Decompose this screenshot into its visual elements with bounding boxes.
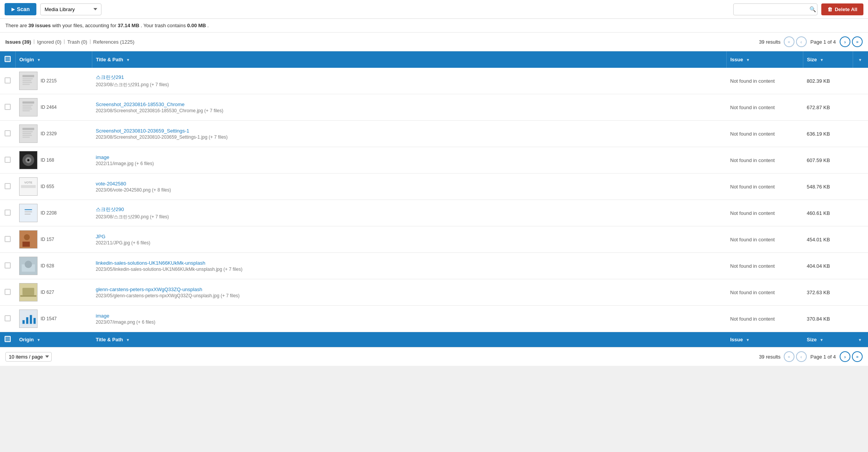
row-checkbox-8[interactable]: [5, 289, 11, 295]
row-issue-cell-5: Not found in content: [726, 200, 803, 226]
table-footer-row: Origin ▼ Title & Path ▼ Issue ▼ Size ▼ ▼: [0, 332, 868, 347]
row-checkbox-0[interactable]: [5, 77, 11, 84]
row-title-link-0[interactable]: 스크린샷291: [96, 74, 124, 80]
row-title-link-8[interactable]: glenn-carstens-peters-npxXWgQ33ZQ-unspla…: [96, 287, 202, 292]
row-id-4[interactable]: ID 655: [41, 184, 54, 189]
header-origin[interactable]: Origin ▼: [15, 51, 92, 68]
footer-issue[interactable]: Issue ▼: [726, 332, 803, 347]
row-checkbox-5[interactable]: [5, 210, 11, 216]
row-id-8[interactable]: ID 627: [41, 290, 54, 295]
row-path-5: 2023/08/스크린샷290.png (+ 7 files): [96, 214, 723, 220]
first-page-button-bottom[interactable]: «: [784, 351, 794, 362]
row-checkbox-cell: [0, 306, 15, 332]
row-title-link-1[interactable]: Screenshot_20230816-185530_Chrome: [96, 102, 185, 107]
header-size[interactable]: Size ▼: [803, 51, 853, 68]
row-title-cell-1: Screenshot_20230816-185530_Chrome 2023/0…: [92, 94, 726, 121]
row-checkbox-cell: [0, 253, 15, 279]
row-checkbox-7[interactable]: [5, 262, 11, 269]
library-dropdown[interactable]: Media Library: [40, 3, 101, 15]
footer-select-all-checkbox[interactable]: [5, 336, 11, 342]
issues-table: Origin ▼ Title & Path ▼ Issue ▼ Size ▼ ▼: [0, 51, 868, 347]
header-checkbox-cell: [0, 51, 15, 68]
row-title-link-7[interactable]: linkedin-sales-solutions-UK1N66KUkMk-uns…: [96, 260, 205, 266]
actions-icon: ▼: [858, 58, 862, 62]
row-id-9[interactable]: ID 1547: [41, 316, 57, 321]
row-thumbnail-3: [19, 151, 38, 169]
svg-rect-7: [23, 102, 34, 104]
header-title[interactable]: Title & Path ▼: [92, 51, 726, 68]
row-issue-cell-2: Not found in content: [726, 121, 803, 147]
row-title-link-5[interactable]: 스크린샷290: [96, 206, 124, 212]
row-checkbox-3[interactable]: [5, 157, 11, 163]
row-issue-text-0: Not found in content: [730, 78, 775, 84]
svg-rect-1: [23, 75, 34, 77]
row-checkbox-2[interactable]: [5, 130, 11, 136]
row-actions-cell-3: [853, 147, 868, 174]
row-id-6[interactable]: ID 157: [41, 237, 54, 242]
row-actions-cell-5: [853, 200, 868, 226]
summary-text-mid: with your files, accounting for: [52, 23, 118, 28]
issue-col-label: Issue: [731, 57, 743, 62]
row-issue-cell-6: Not found in content: [726, 226, 803, 253]
footer-issue-label: Issue: [730, 337, 743, 342]
filter-bar: Issues (39) | Ignored (0) | Trash (0) | …: [0, 33, 868, 51]
trash-tab[interactable]: Trash (0): [67, 38, 87, 46]
row-actions-cell-6: [853, 226, 868, 253]
row-title-cell-3: image 2022/11/image.jpg (+ 6 files): [92, 147, 726, 174]
row-id-1[interactable]: ID 2464: [41, 105, 57, 110]
row-title-cell-7: linkedin-sales-solutions-UK1N66KUkMk-uns…: [92, 253, 726, 279]
last-page-button-top[interactable]: »: [852, 36, 863, 47]
items-per-page-select[interactable]: 10 items / page 25 items / page 50 items…: [5, 352, 52, 362]
ignored-tab[interactable]: Ignored (0): [37, 38, 62, 46]
search-input[interactable]: [733, 3, 817, 15]
row-thumbnail-6: [19, 230, 38, 249]
row-title-link-2[interactable]: Screenshot_20230810-203659_Settings-1: [96, 128, 189, 134]
prev-page-button-top[interactable]: ‹: [796, 36, 807, 47]
row-checkbox-6[interactable]: [5, 236, 11, 242]
origin-sort-icon: ▼: [37, 58, 41, 62]
scan-button[interactable]: Scan: [5, 3, 36, 15]
row-title-link-9[interactable]: image: [96, 313, 109, 319]
row-checkbox-9[interactable]: [5, 315, 11, 321]
next-page-button-bottom[interactable]: ›: [840, 351, 850, 362]
summary-bar: There are 39 issues with your files, acc…: [0, 19, 868, 33]
row-checkbox-4[interactable]: [5, 183, 11, 189]
row-size-cell-8: 372.63 KB: [803, 279, 853, 306]
summary-text-after: . Your trash contains: [141, 23, 187, 28]
row-thumbnail-2: [19, 124, 38, 143]
row-origin-cell-6: ID 157: [15, 226, 92, 253]
row-id-2[interactable]: ID 2329: [41, 131, 57, 136]
footer-size[interactable]: Size ▼: [803, 332, 853, 347]
row-size-cell-9: 370.84 KB: [803, 306, 853, 332]
row-issue-cell-8: Not found in content: [726, 279, 803, 306]
footer-title[interactable]: Title & Path ▼: [92, 332, 726, 347]
table-row: VOTE ID 655 vote-2042580 2023/06/vote-20…: [0, 174, 868, 200]
search-button[interactable]: 🔍: [809, 6, 816, 12]
footer-checkbox-cell: [0, 332, 15, 347]
table-row: ID 2464 Screenshot_20230816-185530_Chrom…: [0, 94, 868, 121]
first-page-button-top[interactable]: «: [784, 36, 794, 47]
row-path-1: 2023/08/Screenshot_20230816-185530_Chrom…: [96, 108, 723, 113]
footer-origin[interactable]: Origin ▼: [15, 332, 92, 347]
delete-all-button[interactable]: 🗑 Delete All: [821, 3, 863, 15]
header-issue[interactable]: Issue ▼: [726, 51, 803, 68]
row-id-5[interactable]: ID 2208: [41, 210, 57, 216]
row-size-cell-7: 404.04 KB: [803, 253, 853, 279]
row-issue-cell-4: Not found in content: [726, 174, 803, 200]
row-id-3[interactable]: ID 168: [41, 157, 54, 163]
row-title-link-4[interactable]: vote-2042580: [96, 181, 126, 187]
row-id-7[interactable]: ID 628: [41, 263, 54, 269]
select-all-checkbox[interactable]: [5, 56, 11, 62]
pagination-top: « ‹ Page 1 of 4 › »: [784, 36, 863, 47]
row-title-link-6[interactable]: JPG: [96, 234, 105, 239]
next-page-button-top[interactable]: ›: [840, 36, 850, 47]
references-tab[interactable]: References (1225): [93, 38, 134, 46]
row-id-0[interactable]: ID 2215: [41, 78, 57, 84]
issues-tab[interactable]: Issues (39): [5, 38, 31, 46]
last-page-button-bottom[interactable]: »: [852, 351, 863, 362]
row-title-cell-4: vote-2042580 2023/06/vote-2042580.png (+…: [92, 174, 726, 200]
row-checkbox-1[interactable]: [5, 104, 11, 110]
prev-page-button-bottom[interactable]: ‹: [796, 351, 807, 362]
svg-point-30: [24, 234, 30, 240]
row-title-link-3[interactable]: image: [96, 154, 109, 160]
